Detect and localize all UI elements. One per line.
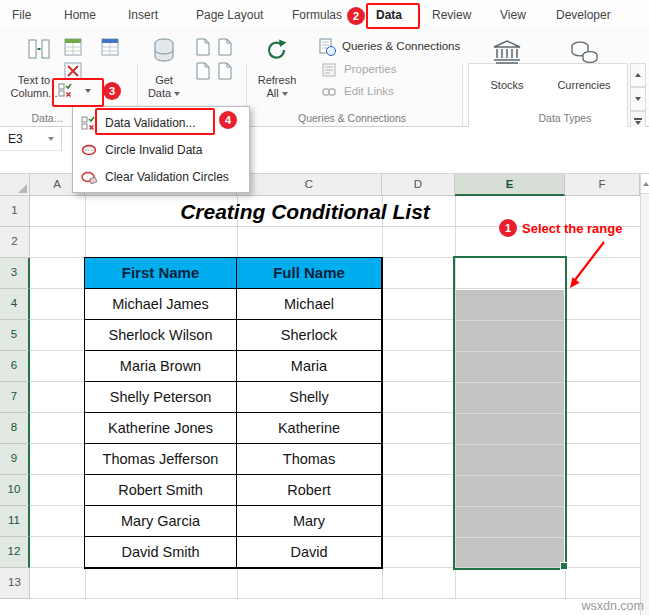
table-cell[interactable]: Sherlock Wilson (85, 320, 237, 351)
row-header-5[interactable]: 5 (0, 320, 30, 351)
col-header-d[interactable]: D (382, 174, 455, 196)
database-icon (153, 38, 175, 66)
select-all-corner[interactable] (0, 174, 30, 196)
table-cell[interactable]: Sherlock (237, 320, 382, 351)
row-header-6[interactable]: 6 (0, 351, 30, 382)
gallery-scroll-down-button[interactable] (630, 87, 646, 111)
table-cell[interactable]: Robert Smith (85, 475, 237, 506)
chevron-down-icon (174, 92, 180, 96)
annotation-badge-2: 2 (347, 7, 365, 25)
ribbon-tab-bar: File Home Insert Page Layout Formulas Da… (0, 0, 649, 29)
get-data-button[interactable]: Get Data (138, 36, 190, 114)
from-table-icon[interactable] (196, 62, 210, 80)
remove-duplicates-icon[interactable] (101, 38, 119, 56)
stocks-label: Stocks (478, 79, 536, 92)
table-cell[interactable]: Shelly (237, 382, 382, 413)
triangle-up-icon (643, 182, 649, 186)
properties-icon (322, 63, 336, 77)
refresh-all-button[interactable]: Refresh All (248, 36, 306, 114)
tab-home[interactable]: Home (64, 8, 96, 22)
selected-range-fill[interactable] (456, 290, 564, 567)
recent-sources-icon[interactable] (218, 62, 232, 80)
table-cell[interactable]: Mary (237, 506, 382, 537)
row-header-3[interactable]: 3 (0, 258, 30, 289)
watermark: wsxdn.com (540, 599, 644, 613)
data-validation-ribbon-button[interactable] (56, 80, 100, 102)
data-validation-icon (58, 82, 74, 98)
tab-view[interactable]: View (500, 8, 526, 22)
table-header-full-name[interactable]: Full Name (237, 258, 382, 289)
name-box-chevron-icon[interactable] (48, 137, 54, 141)
col-header-e[interactable]: E (455, 174, 565, 196)
col-header-c[interactable]: C (237, 174, 382, 196)
table-cell[interactable]: Michael James (85, 289, 237, 320)
refresh-all-label-line2: All (266, 87, 278, 99)
row-header-1[interactable]: 1 (0, 196, 30, 227)
get-data-label-line1: Get (155, 74, 173, 86)
menu-item-circle-invalid-data[interactable]: Circle Invalid Data (73, 136, 249, 163)
properties-button: Properties (320, 62, 440, 80)
row-header-13[interactable]: 13 (0, 568, 30, 599)
queries-connections-icon (318, 38, 336, 56)
coins-icon (569, 39, 599, 65)
from-web-icon[interactable] (218, 38, 232, 56)
tab-formulas[interactable]: Formulas (292, 8, 342, 22)
table-cell[interactable]: David (237, 537, 382, 568)
scrollbar-up-button[interactable] (640, 174, 649, 194)
row-header-4[interactable]: 4 (0, 289, 30, 320)
table-cell[interactable]: Thomas Jefferson (85, 444, 237, 475)
tab-developer[interactable]: Developer (556, 8, 611, 22)
stocks-button[interactable]: Stocks (478, 37, 536, 97)
menu-item-clear-validation-circles[interactable]: Clear Validation Circles (73, 163, 249, 190)
tab-review[interactable]: Review (432, 8, 471, 22)
chevron-down-icon (85, 89, 91, 93)
clear-validation-circles-icon (81, 169, 97, 185)
tab-file[interactable]: File (12, 8, 31, 22)
row-header-2[interactable]: 2 (0, 227, 30, 258)
fill-handle[interactable] (560, 562, 568, 570)
row-header-10[interactable]: 10 (0, 475, 30, 506)
table-cell[interactable]: Shelly Peterson (85, 382, 237, 413)
get-data-label: Get Data (138, 74, 190, 100)
text-to-columns-button[interactable]: Text to Column... (4, 36, 64, 114)
table-cell[interactable]: David Smith (85, 537, 237, 568)
currencies-button[interactable]: Currencies (552, 37, 616, 97)
tab-page-layout[interactable]: Page Layout (196, 8, 263, 22)
flash-fill-icon[interactable] (64, 38, 82, 56)
row-header-9[interactable]: 9 (0, 444, 30, 475)
text-to-columns-label: Text to Column... (4, 74, 64, 100)
refresh-icon (265, 38, 289, 62)
refresh-all-label: Refresh All (248, 74, 306, 100)
row-header-7[interactable]: 7 (0, 382, 30, 413)
vertical-scrollbar[interactable] (640, 174, 649, 615)
row-header-12[interactable]: 12 (0, 537, 30, 568)
row-header-8[interactable]: 8 (0, 413, 30, 444)
select-the-range-label: Select the range (522, 221, 622, 236)
table-cell[interactable]: Maria (237, 351, 382, 382)
table-cell[interactable]: Thomas (237, 444, 382, 475)
col-header-f[interactable]: F (565, 174, 640, 196)
properties-label: Properties (344, 63, 396, 75)
queries-connections-button[interactable]: Queries & Connections (318, 38, 458, 58)
table-cell[interactable]: Katherine (237, 413, 382, 444)
table-cell[interactable]: Mary Garcia (85, 506, 237, 537)
gallery-scroll-up-button[interactable] (630, 63, 646, 87)
consolidate-icon[interactable] (64, 62, 82, 80)
annotation-arrow (556, 236, 616, 296)
annotation-badge-4: 4 (219, 111, 237, 129)
currencies-label: Currencies (552, 79, 616, 92)
table-cell[interactable]: Michael (237, 289, 382, 320)
tab-data[interactable]: Data (376, 8, 402, 22)
tab-insert[interactable]: Insert (128, 8, 158, 22)
table-cell[interactable]: Maria Brown (85, 351, 237, 382)
sheet-title-cell[interactable]: Creating Conditional List (110, 197, 500, 226)
triangle-down-icon (635, 97, 641, 101)
table-cell[interactable]: Robert (237, 475, 382, 506)
table-header-first-name[interactable]: First Name (85, 258, 237, 289)
row-header-11[interactable]: 11 (0, 506, 30, 537)
from-text-icon[interactable] (196, 38, 210, 56)
edit-links-button: Edit Links (320, 84, 440, 102)
bank-icon (492, 39, 522, 65)
table-cell[interactable]: Katherine Jones (85, 413, 237, 444)
refresh-all-label-line1: Refresh (258, 74, 297, 86)
